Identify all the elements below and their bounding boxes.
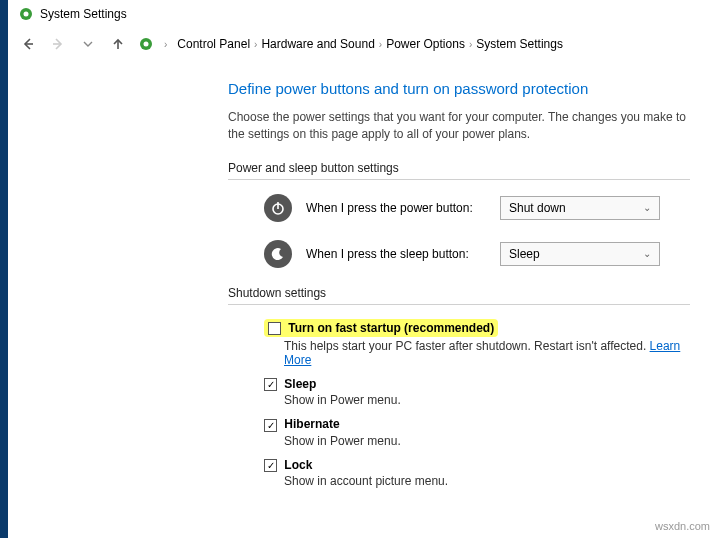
fast-startup-checkbox[interactable] [268,322,281,335]
sleep-button-dropdown[interactable]: Sleep ⌄ [500,242,660,266]
breadcrumb-hardware-sound[interactable]: Hardware and Sound [261,37,374,51]
breadcrumb-power-options[interactable]: Power Options [386,37,465,51]
shutdown-heading: Shutdown settings [228,286,690,300]
lock-row: ✓ Lock [264,458,690,472]
svg-point-6 [144,42,149,47]
breadcrumb: Control Panel › Hardware and Sound › Pow… [177,37,563,51]
fast-startup-label: Turn on fast startup (recommended) [288,321,494,335]
shutdown-settings-list: Turn on fast startup (recommended) This … [264,319,690,488]
sleep-button-label: When I press the sleep button: [306,247,486,261]
power-button-label: When I press the power button: [306,201,486,215]
up-button[interactable] [108,34,128,54]
hibernate-checkbox[interactable]: ✓ [264,419,277,432]
lock-label: Lock [284,458,312,472]
fast-startup-row: Turn on fast startup (recommended) [264,319,498,337]
page-title: Define power buttons and turn on passwor… [228,80,690,97]
navbar: › Control Panel › Hardware and Sound › P… [8,28,720,60]
power-options-icon [138,36,154,52]
recent-dropdown-button[interactable] [78,34,98,54]
power-button-row: When I press the power button: Shut down… [264,194,690,222]
power-button-value: Shut down [509,201,566,215]
sleep-button-row: When I press the sleep button: Sleep ⌄ [264,240,690,268]
sleep-checkbox[interactable]: ✓ [264,378,277,391]
lock-checkbox[interactable]: ✓ [264,459,277,472]
divider [228,304,690,305]
chevron-right-icon: › [379,39,382,50]
hibernate-row: ✓ Hibernate [264,417,690,431]
hibernate-sub: Show in Power menu. [284,434,690,448]
power-button-dropdown[interactable]: Shut down ⌄ [500,196,660,220]
sleep-icon [264,240,292,268]
hibernate-label: Hibernate [284,417,339,431]
power-icon [264,194,292,222]
titlebar: System Settings [8,0,720,28]
fast-startup-sub: This helps start your PC faster after sh… [284,339,690,367]
system-settings-icon [18,6,34,22]
watermark: wsxdn.com [655,520,710,532]
window-title: System Settings [40,7,127,21]
chevron-down-icon: ⌄ [643,202,651,213]
sleep-row: ✓ Sleep [264,377,690,391]
chevron-down-icon: ⌄ [643,248,651,259]
svg-point-1 [24,12,29,17]
chevron-right-icon: › [469,39,472,50]
chevron-right-icon: › [254,39,257,50]
lock-sub: Show in account picture menu. [284,474,690,488]
content: Define power buttons and turn on passwor… [8,60,720,518]
sleep-label: Sleep [284,377,316,391]
breadcrumb-system-settings[interactable]: System Settings [476,37,563,51]
power-sleep-heading: Power and sleep button settings [228,161,690,175]
page-description: Choose the power settings that you want … [228,109,690,143]
sleep-button-value: Sleep [509,247,540,261]
breadcrumb-control-panel[interactable]: Control Panel [177,37,250,51]
sleep-sub: Show in Power menu. [284,393,690,407]
forward-button[interactable] [48,34,68,54]
chevron-right-icon: › [164,39,167,50]
back-button[interactable] [18,34,38,54]
divider [228,179,690,180]
